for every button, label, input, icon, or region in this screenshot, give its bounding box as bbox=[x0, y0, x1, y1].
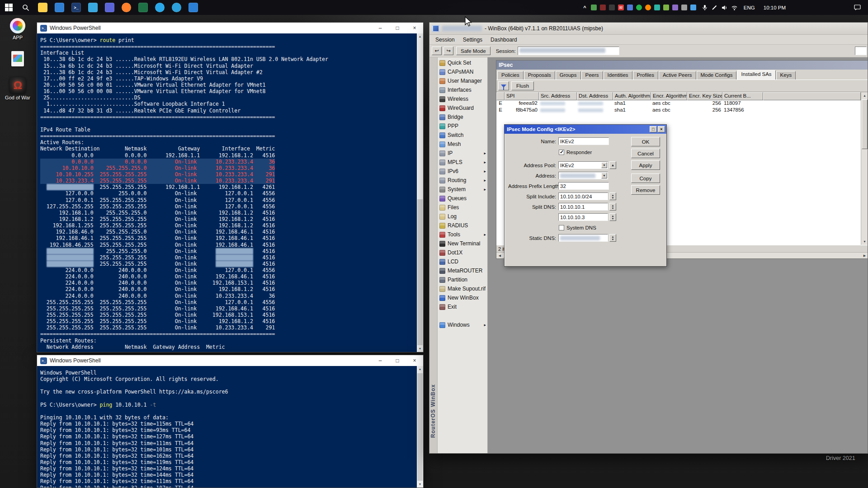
scrollbar-thumb[interactable] bbox=[417, 199, 423, 345]
sidebar-item-make-supout-rif[interactable]: Make Supout.rif bbox=[438, 284, 487, 293]
installed-sa-row[interactable]: Ef8b475a0sha1aes cbc2561347856 bbox=[496, 107, 861, 114]
sidebar-item-new-winbox[interactable]: New WinBox bbox=[438, 293, 487, 302]
sidebar-item-lcd[interactable]: LCD bbox=[438, 257, 487, 266]
dialog-maximize-button[interactable]: □ bbox=[650, 126, 657, 132]
name-input[interactable]: IKEv2 bbox=[558, 137, 609, 145]
filter-button[interactable] bbox=[498, 81, 509, 90]
sidebar-item-mesh[interactable]: Mesh bbox=[438, 140, 487, 149]
column-header-encr-algorithm[interactable]: Encr. Algorithm bbox=[651, 92, 687, 100]
skyblue-app-icon[interactable] bbox=[690, 5, 696, 10]
taskbar-vscode-button[interactable] bbox=[185, 0, 202, 15]
taskbar-file-explorer-button[interactable] bbox=[34, 0, 51, 15]
tab-peers[interactable]: Peers bbox=[581, 71, 603, 80]
menu-dashboard[interactable]: Dashboard bbox=[486, 36, 521, 44]
taskbar-edge-button[interactable] bbox=[51, 0, 68, 15]
system-dns-checkbox[interactable] bbox=[559, 225, 564, 230]
mic-icon[interactable] bbox=[701, 4, 709, 11]
address-select[interactable]: ▼ bbox=[558, 172, 608, 179]
sidebar-item-log[interactable]: Log bbox=[438, 212, 487, 221]
split-dns-stepper-1[interactable]: ▲▼ bbox=[609, 203, 616, 211]
column-header-encr-key-size[interactable]: Encr. Key Size bbox=[687, 92, 722, 100]
dialog-titlebar[interactable]: IPsec Mode Config <IKEv2> □ × bbox=[505, 125, 666, 134]
teal-app-icon[interactable] bbox=[654, 5, 660, 10]
vlc-icon[interactable] bbox=[645, 5, 651, 10]
prefix-length-input[interactable]: 32 bbox=[558, 182, 609, 190]
sidebar-item-tools[interactable]: Tools▸ bbox=[438, 230, 487, 239]
sidebar-item-metarouter[interactable]: MetaROUTER bbox=[438, 266, 487, 275]
split-dns-input-2[interactable]: 10.10.10.3 bbox=[558, 213, 608, 221]
static-dns-stepper[interactable]: ▲▼ bbox=[609, 234, 616, 242]
sidebar-item-queues[interactable]: Queues bbox=[438, 194, 487, 203]
column-header-flags[interactable] bbox=[496, 92, 505, 100]
split-include-stepper[interactable]: ▲▼ bbox=[609, 192, 616, 200]
sidebar-item-wireguard[interactable]: WireGuard bbox=[438, 103, 487, 113]
sidebar-item-dot1x[interactable]: Dot1X bbox=[438, 248, 487, 257]
tab-policies[interactable]: Policies bbox=[497, 71, 524, 80]
sidebar-item-ipv6[interactable]: IPv6▸ bbox=[438, 167, 487, 176]
black-app-icon[interactable] bbox=[609, 5, 615, 10]
column-header-auth-algorithm[interactable]: Auth. Algorithm bbox=[613, 92, 651, 100]
sidebar-item-user-manager[interactable]: User Manager bbox=[438, 76, 487, 85]
split-include-input[interactable]: 10.10.10.0/24 bbox=[558, 192, 608, 200]
address-pool-up-button[interactable]: ▲ bbox=[609, 161, 616, 169]
taskbar-skype-button[interactable] bbox=[151, 0, 168, 15]
column-header-spi[interactable]: SPI bbox=[505, 92, 539, 100]
scroll-down-icon[interactable]: ▼ bbox=[417, 346, 423, 352]
close-button[interactable]: × bbox=[406, 355, 423, 366]
tab-profiles[interactable]: Profiles bbox=[633, 71, 658, 80]
tab-keys[interactable]: Keys bbox=[776, 71, 796, 80]
chevron-down-icon[interactable]: ▼ bbox=[601, 173, 607, 178]
undo-button[interactable]: ↩ bbox=[432, 47, 442, 55]
sidebar-item-wireless[interactable]: Wireless bbox=[438, 94, 487, 103]
darkred-app-icon[interactable] bbox=[600, 5, 606, 10]
search-button[interactable] bbox=[17, 0, 34, 15]
dialog-button-ok[interactable]: OK bbox=[631, 137, 660, 146]
dialog-button-apply[interactable]: Apply bbox=[631, 160, 660, 170]
chevron-down-icon[interactable]: ▼ bbox=[601, 162, 607, 168]
tab-mode-configs[interactable]: Mode Configs bbox=[697, 71, 737, 80]
sidebar-item-switch[interactable]: Switch bbox=[438, 131, 487, 140]
taskbar-telegram-button[interactable] bbox=[168, 0, 185, 15]
dialog-button-remove[interactable]: Remove bbox=[631, 185, 660, 195]
sidebar-item-routing[interactable]: Routing▸ bbox=[438, 176, 487, 185]
blue-app-icon[interactable] bbox=[627, 5, 633, 10]
dialog-close-button[interactable]: × bbox=[658, 126, 665, 132]
tab-installed-sas[interactable]: Installed SAs bbox=[737, 70, 775, 80]
scrollbar-thumb[interactable] bbox=[862, 99, 868, 149]
spotify-icon[interactable] bbox=[636, 5, 642, 10]
menu-session[interactable]: Session bbox=[431, 36, 459, 44]
column-header-current-b[interactable]: Current B... bbox=[722, 92, 763, 100]
scroll-down-icon[interactable]: ▼ bbox=[861, 238, 868, 245]
scrollbar[interactable]: ▲ ▼ bbox=[417, 366, 423, 488]
pen-icon[interactable] bbox=[711, 4, 719, 11]
ipsec-window-titlebar[interactable]: IPsec bbox=[496, 61, 868, 70]
split-dns-input-1[interactable]: 10.10.10.1 bbox=[558, 203, 608, 211]
taskbar-excel-button[interactable] bbox=[135, 0, 151, 15]
dialog-button-cancel[interactable]: Cancel bbox=[631, 149, 660, 158]
redo-button[interactable]: ↪ bbox=[443, 47, 453, 55]
sidebar-item-bridge[interactable]: Bridge bbox=[438, 113, 487, 122]
column-header-dst-address[interactable]: Dst. Address bbox=[577, 92, 613, 100]
session-input[interactable] bbox=[518, 47, 619, 55]
taskbar-firefox-button[interactable] bbox=[118, 0, 135, 15]
static-dns-input[interactable] bbox=[558, 234, 608, 242]
column-header-src-address[interactable]: Src. Address bbox=[539, 92, 577, 100]
sidebar-item-system[interactable]: System▸ bbox=[438, 185, 487, 194]
gray-app-icon[interactable] bbox=[681, 5, 687, 10]
action-center-button[interactable] bbox=[850, 0, 865, 15]
purple-app-icon[interactable] bbox=[672, 5, 678, 10]
minimize-button[interactable]: – bbox=[372, 355, 389, 366]
clock[interactable]: 10:10 PM bbox=[760, 5, 789, 10]
start-button[interactable] bbox=[0, 0, 17, 15]
window-titlebar[interactable]: >_ Windows PowerShell – □ × bbox=[37, 23, 423, 33]
dialog-button-copy[interactable]: Copy bbox=[631, 174, 660, 183]
sidebar-item-exit[interactable]: Exit bbox=[438, 302, 487, 311]
sidebar-item-files[interactable]: Files bbox=[438, 203, 487, 212]
scroll-up-icon[interactable]: ▲ bbox=[861, 92, 868, 99]
desktop-icon-app[interactable]: APP bbox=[5, 18, 31, 40]
menu-settings[interactable]: Settings bbox=[459, 36, 486, 44]
sidebar-item-mpls[interactable]: MPLS▸ bbox=[438, 158, 487, 167]
sidebar-item-partition[interactable]: Partition bbox=[438, 275, 487, 284]
red-badge-icon[interactable]: 32 bbox=[618, 5, 624, 10]
installed-sa-row[interactable]: Efeeea92sha1aes cbc256118097 bbox=[496, 100, 861, 107]
